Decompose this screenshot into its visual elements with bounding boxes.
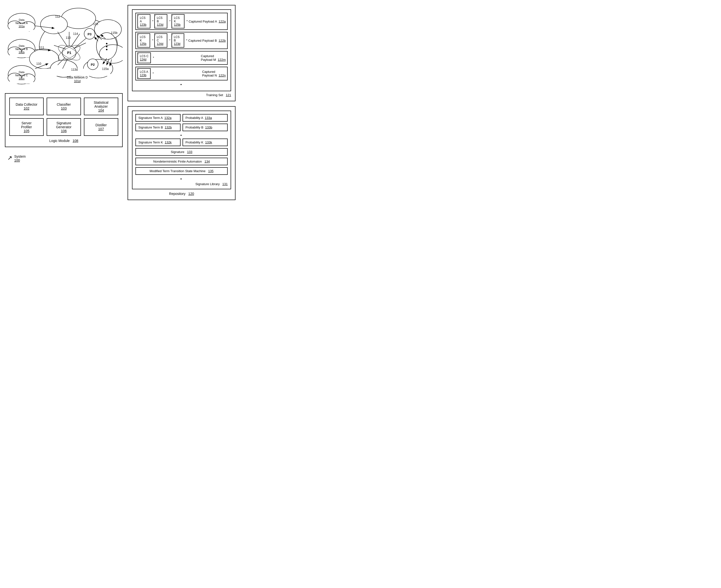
sig-row-a: Signature Term A 132a Probability A 133a [136, 114, 228, 122]
lcs-m1-ref: 124d [140, 58, 146, 61]
signature-row: Signature 133 [136, 148, 228, 156]
system-arrow-icon: ↗ [7, 154, 12, 161]
system-text: System [14, 154, 26, 159]
logic-module-grid-row1: Data Collector 102 Classifier 103 Statis… [9, 98, 118, 115]
sig-term-a: Signature Term A 132a [136, 114, 181, 122]
lcs-a1-ref: 123b [140, 23, 146, 26]
lcs-separator-n1: * [152, 72, 154, 75]
lcs-separator-star3: * [186, 20, 188, 23]
payload-row-n: * • LCS A123b * CapturedPayload N 122n [136, 67, 228, 80]
star-icon: * [155, 15, 156, 17]
sig-dots: • [136, 133, 228, 138]
sig-prob-b: Probability B 133b [183, 124, 228, 131]
lcs-cell-b2: * • LCS C124d [154, 33, 167, 47]
payload-a-ref: 122a [219, 20, 226, 23]
sig-prob-k: Probability K 133k [183, 139, 228, 146]
lcs-b1-ref: 125b [140, 42, 146, 46]
lcs-separator-b3: * [186, 39, 187, 42]
svg-text:Data: Data [19, 18, 24, 21]
svg-text:Network A: Network A [16, 22, 28, 24]
svg-text:Data: Data [19, 70, 24, 74]
arrow-label-113a: 113a [71, 68, 78, 71]
module-distiller: Distiller 107 [84, 118, 118, 136]
payload-b-name: Captured Payload B 122b [188, 39, 226, 42]
star-icon: * [172, 34, 173, 36]
sig-lib-dots: • [136, 177, 228, 181]
module-server-profiler-ref: 105 [24, 129, 29, 133]
lcs-separator-m1: * [153, 56, 154, 60]
arrow-label-112: 112 [55, 15, 60, 18]
cloud-d: Data Network D 101d [29, 8, 123, 83]
svg-point-54 [106, 46, 107, 47]
lcs-cell-a2: * • LCS B123d [154, 14, 167, 28]
training-set-text: Training Set [206, 93, 223, 97]
arrow-label-113: 113 [66, 36, 71, 40]
mttsm-ref: 135 [208, 169, 214, 173]
dots-icon: • [155, 26, 156, 28]
sig-term-k-ref: 132k [165, 141, 171, 144]
module-sig-generator: SignatureGenerator 106 [47, 118, 81, 136]
module-classifier-label: Classifier [57, 103, 71, 106]
module-stat-analyzer-label: StatisticalAnalyzer [94, 101, 108, 108]
repo-label: Repository 120 [132, 192, 231, 196]
training-set-outer-box: * • LCS A123b * * • LCS B123d * * • [128, 5, 235, 101]
logic-module-text: Logic Module [49, 139, 70, 143]
dots-icon: • [138, 26, 139, 28]
lcs-a3-label: LCS K125b [174, 16, 182, 26]
module-sig-generator-ref: 106 [61, 129, 66, 133]
payload-row-m: * • LCS C124d * CapturedPayload M 122m [136, 51, 228, 65]
star-icon: * [155, 34, 156, 36]
payload-m-ref: 122m [218, 58, 226, 62]
arrow-label-114: 114 [73, 32, 78, 36]
lcs-separator-b1: * [152, 39, 153, 42]
sig-lib-inner-box: Signature Term A 132a Probability A 133a… [132, 110, 231, 189]
payload-row-b: * • LCS K125b * * • LCS C124d * * • LCS [136, 32, 228, 49]
nfa-ref: 134 [205, 160, 210, 163]
lcs-cell-a3: * • LCS K125b [171, 14, 184, 28]
lcs-a2-ref: 123d [157, 23, 163, 26]
sig-prob-a: Probability A 133a [183, 114, 228, 122]
repo-text: Repository [169, 192, 185, 196]
sig-term-b-ref: 132b [165, 126, 172, 129]
svg-text:Network B: Network B [16, 47, 28, 50]
network-diagram: Data Network A 101a Data Network B 101b [5, 5, 123, 88]
mttsm-label: Modified Term Transition State Machine [150, 169, 206, 173]
p2-label: P2 [91, 63, 95, 66]
sig-prob-b-ref: 133b [205, 126, 212, 129]
lcs-b3-ref: 123d [174, 42, 181, 46]
module-sig-generator-label: SignatureGenerator [56, 121, 71, 129]
lcs-cell-b1: * • LCS K125b [137, 33, 150, 47]
signature-label: Signature [171, 150, 184, 154]
training-set-ref: 121 [226, 93, 231, 97]
sig-prob-k-ref: 133k [205, 141, 212, 144]
lcs-b2-label: LCS C124d [157, 35, 165, 46]
svg-text:101c: 101c [19, 77, 24, 80]
module-distiller-ref: 107 [98, 127, 104, 131]
right-column: * • LCS A123b * * • LCS B123d * * • [128, 5, 235, 200]
dots-icon: • [138, 45, 139, 47]
module-classifier-ref: 103 [61, 106, 66, 110]
lcs-separator-star2: * [169, 20, 170, 23]
payload-b-ref: 122b [219, 39, 226, 42]
nfa-label: Nondeterministic Finite Automaton [153, 160, 202, 163]
lcs-cell-m1: * • LCS C124d [137, 52, 151, 63]
star-icon: * [172, 15, 173, 17]
lcs-b2-ref: 124d [157, 42, 163, 46]
mttsm-row: Modified Term Transition State Machine 1… [136, 167, 228, 175]
module-classifier: Classifier 103 [47, 98, 81, 115]
module-server-profiler: ServerProfiler 105 [9, 118, 44, 136]
dots-icon: • [172, 45, 173, 47]
dots-icon: • [155, 45, 156, 47]
dots-icon: • [138, 61, 139, 63]
lcs-cell-n1: * • LCS A123b [137, 68, 151, 79]
lcs-a1-label: LCS A123b [140, 16, 148, 26]
payload-m-name: CapturedPayload M 122m [201, 54, 226, 62]
module-distiller-label: Distiller [96, 123, 107, 127]
svg-text:Network C: Network C [15, 74, 28, 77]
lcs-separator-star: * [152, 20, 153, 23]
star-icon: * [138, 53, 139, 56]
p1-label: P1 [67, 51, 71, 55]
svg-text:101a: 101a [19, 25, 25, 28]
sig-term-a-ref: 132a [164, 116, 171, 120]
arrow-label-115b: 115b [111, 31, 118, 35]
